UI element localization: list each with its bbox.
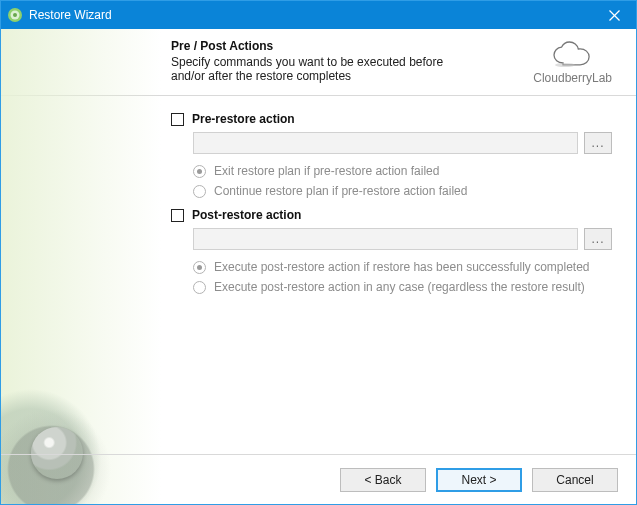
back-button[interactable]: < Back	[340, 468, 426, 492]
app-icon	[7, 7, 23, 23]
brand: CloudberryLab	[533, 41, 612, 85]
cloud-icon	[550, 41, 596, 69]
pre-radio-continue[interactable]: Continue restore plan if pre-restore act…	[171, 184, 612, 198]
pre-radio-exit-label: Exit restore plan if pre-restore action …	[214, 164, 439, 178]
post-restore-command-input[interactable]	[193, 228, 578, 250]
radio-icon	[193, 261, 206, 274]
radio-icon	[193, 165, 206, 178]
titlebar: Restore Wizard	[1, 1, 636, 29]
radio-icon	[193, 185, 206, 198]
close-button[interactable]	[592, 1, 636, 29]
post-restore-checkbox-label: Post-restore action	[192, 208, 301, 222]
post-radio-anycase[interactable]: Execute post-restore action in any case …	[171, 280, 612, 294]
pre-restore-checkbox-label: Pre-restore action	[192, 112, 295, 126]
pre-restore-command-input[interactable]	[193, 132, 578, 154]
svg-point-5	[555, 63, 575, 67]
page-header: Pre / Post Actions Specify commands you …	[1, 29, 636, 95]
pre-radio-continue-label: Continue restore plan if pre-restore act…	[214, 184, 467, 198]
radio-icon	[193, 281, 206, 294]
brand-name: CloudberryLab	[533, 71, 612, 85]
post-restore-section: Post-restore action	[171, 208, 612, 222]
wizard-body: Pre / Post Actions Specify commands you …	[1, 29, 636, 504]
window-title: Restore Wizard	[29, 8, 592, 22]
pre-restore-section: Pre-restore action	[171, 112, 612, 126]
pre-restore-checkbox[interactable]	[171, 113, 184, 126]
restore-wizard-window: Restore Wizard Pre / Post Actions Specif…	[0, 0, 637, 505]
pre-restore-browse-button[interactable]: ...	[584, 132, 612, 154]
wizard-content: Pre-restore action ... Exit restore plan…	[1, 96, 636, 454]
post-radio-success-label: Execute post-restore action if restore h…	[214, 260, 590, 274]
wizard-footer: < Back Next > Cancel	[1, 454, 636, 504]
post-restore-browse-button[interactable]: ...	[584, 228, 612, 250]
svg-point-2	[13, 13, 17, 17]
next-button[interactable]: Next >	[436, 468, 522, 492]
pre-radio-exit[interactable]: Exit restore plan if pre-restore action …	[171, 164, 612, 178]
post-restore-checkbox[interactable]	[171, 209, 184, 222]
page-subtitle: Specify commands you want to be executed…	[171, 55, 451, 83]
post-radio-success[interactable]: Execute post-restore action if restore h…	[171, 260, 612, 274]
post-radio-anycase-label: Execute post-restore action in any case …	[214, 280, 585, 294]
cancel-button[interactable]: Cancel	[532, 468, 618, 492]
